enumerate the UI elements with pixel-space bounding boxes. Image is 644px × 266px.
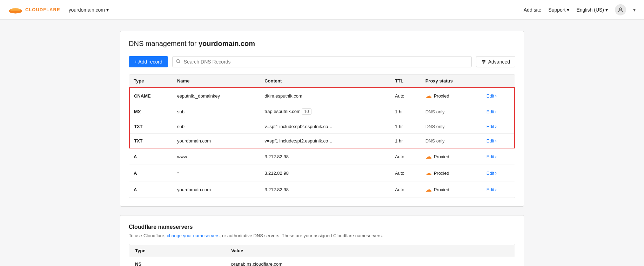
- nameservers-title: Cloudflare nameservers: [129, 224, 515, 230]
- cell-ttl: Auto: [391, 165, 421, 181]
- ns-col-value: Value: [226, 245, 515, 257]
- cell-ttl: Auto: [391, 148, 421, 165]
- advanced-button[interactable]: Advanced: [476, 56, 515, 67]
- sliders-icon: [481, 59, 486, 64]
- cell-edit: Edit ›: [482, 134, 515, 148]
- language-selector[interactable]: English (US) ▾: [576, 7, 608, 13]
- nameservers-table: Type Value NSpranab.ns.cloudflare.comNSv…: [129, 244, 515, 266]
- cell-ttl: 1 hr: [391, 104, 421, 119]
- cell-ttl: Auto: [391, 181, 421, 198]
- col-name: Name: [173, 75, 260, 87]
- table-row: CNAMEesputnik._domainkeydkim.esputnik.co…: [129, 87, 515, 104]
- table-row: TXTsubv=spf1 include:spf2.esputnik.co…1 …: [129, 119, 515, 134]
- cell-name: *: [173, 165, 260, 181]
- ns-table-row: NSpranab.ns.cloudflare.com: [129, 257, 515, 266]
- svg-point-9: [482, 60, 483, 61]
- col-actions: [482, 75, 515, 87]
- navbar-right: + Add site Support ▾ English (US) ▾ ▾: [519, 4, 636, 15]
- svg-point-5: [176, 59, 180, 62]
- cloudflare-logo-icon: [8, 5, 22, 15]
- change-nameservers-link[interactable]: change your nameservers: [167, 233, 219, 238]
- edit-link[interactable]: Edit ›: [487, 138, 510, 144]
- svg-point-4: [619, 8, 622, 10]
- cell-type: TXT: [129, 134, 173, 148]
- domain-name: yourdomain.com: [69, 7, 105, 13]
- edit-link[interactable]: Edit ›: [487, 93, 510, 99]
- main-content: DNS management for yourdomain.com + Add …: [112, 20, 532, 266]
- logo: CLOUDFLARE: [8, 5, 60, 15]
- table-header-row: Type Name Content TTL Proxy status: [129, 75, 515, 87]
- search-input[interactable]: [172, 56, 472, 67]
- dns-only-text: DNS only: [425, 138, 445, 144]
- cell-proxy-status: ☁Proxied: [421, 148, 482, 165]
- ns-cell-value: pranab.ns.cloudflare.com: [226, 257, 515, 266]
- dns-management-card: DNS management for yourdomain.com + Add …: [120, 31, 524, 207]
- dns-only-text: DNS only: [425, 109, 445, 114]
- support-menu[interactable]: Support ▾: [548, 7, 569, 13]
- table-row: TXTyourdomain.comv=spf1 include:spf2.esp…: [129, 134, 515, 148]
- cell-type: A: [129, 165, 173, 181]
- cell-content: 3.212.82.98: [260, 181, 391, 198]
- edit-link[interactable]: Edit ›: [487, 124, 510, 129]
- cell-type: A: [129, 181, 173, 198]
- ns-col-type: Type: [129, 245, 226, 257]
- table-row: Awww3.212.82.98Auto☁ProxiedEdit ›: [129, 148, 515, 165]
- page-title: DNS management for yourdomain.com: [129, 40, 515, 48]
- svg-point-11: [483, 62, 483, 63]
- domain-selector[interactable]: yourdomain.com ▾: [69, 7, 109, 13]
- cell-name: www: [173, 148, 260, 165]
- col-proxy-status: Proxy status: [421, 75, 482, 87]
- table-row: Ayourdomain.com3.212.82.98Auto☁ProxiedEd…: [129, 181, 515, 198]
- nameservers-table-wrapper: Type Value NSpranab.ns.cloudflare.comNSv…: [129, 244, 515, 266]
- dns-table-wrapper: Type Name Content TTL Proxy status CNAME…: [129, 74, 515, 198]
- add-site-link[interactable]: + Add site: [519, 7, 541, 13]
- edit-chevron-icon: ›: [495, 138, 497, 144]
- edit-chevron-icon: ›: [495, 109, 497, 114]
- cloud-icon: ☁: [425, 153, 432, 160]
- cell-ttl: 1 hr: [391, 119, 421, 134]
- cell-name: esputnik._domainkey: [173, 87, 260, 104]
- table-row: A*3.212.82.98Auto☁ProxiedEdit ›: [129, 165, 515, 181]
- cell-ttl: 1 hr: [391, 134, 421, 148]
- ns-header-row: Type Value: [129, 245, 515, 257]
- cell-name: sub: [173, 119, 260, 134]
- cell-name: yourdomain.com: [173, 134, 260, 148]
- user-avatar[interactable]: [615, 4, 626, 15]
- cell-edit: Edit ›: [482, 148, 515, 165]
- edit-link[interactable]: Edit ›: [487, 154, 510, 159]
- cell-edit: Edit ›: [482, 87, 515, 104]
- cell-content: v=spf1 include:spf2.esputnik.co…: [260, 119, 391, 134]
- cloud-icon: ☁: [425, 92, 432, 100]
- cell-type: MX: [129, 104, 173, 119]
- cell-proxy-status: ☁Proxied: [421, 87, 482, 104]
- col-ttl: TTL: [391, 75, 421, 87]
- cloud-icon: ☁: [425, 169, 432, 177]
- svg-point-10: [484, 61, 485, 62]
- nameservers-description: To use Cloudflare, change your nameserve…: [129, 233, 515, 238]
- cell-content: trap.esputnik.com 10: [260, 104, 391, 119]
- edit-chevron-icon: ›: [495, 124, 497, 129]
- toolbar: + Add record Advanced: [129, 56, 515, 67]
- edit-link[interactable]: Edit ›: [487, 187, 510, 192]
- cell-content: 3.212.82.98: [260, 165, 391, 181]
- ns-cell-type: NS: [129, 257, 226, 266]
- edit-link[interactable]: Edit ›: [487, 170, 510, 176]
- col-content: Content: [260, 75, 391, 87]
- cell-type: TXT: [129, 119, 173, 134]
- cell-content: 3.212.82.98: [260, 148, 391, 165]
- cell-proxy-status: DNS only: [421, 134, 482, 148]
- cell-proxy-status: ☁Proxied: [421, 165, 482, 181]
- col-type: Type: [129, 75, 173, 87]
- domain-chevron-icon: ▾: [106, 7, 109, 13]
- edit-chevron-icon: ›: [495, 170, 497, 176]
- proxied-text: Proxied: [434, 171, 449, 176]
- user-chevron-icon: ▾: [633, 7, 636, 13]
- cloud-icon: ☁: [425, 186, 432, 193]
- cell-edit: Edit ›: [482, 181, 515, 198]
- dns-only-text: DNS only: [425, 124, 445, 129]
- add-record-button[interactable]: + Add record: [129, 56, 168, 67]
- cell-content: dkim.esputnik.com: [260, 87, 391, 104]
- cell-edit: Edit ›: [482, 119, 515, 134]
- cell-ttl: Auto: [391, 87, 421, 104]
- edit-link[interactable]: Edit ›: [487, 109, 510, 114]
